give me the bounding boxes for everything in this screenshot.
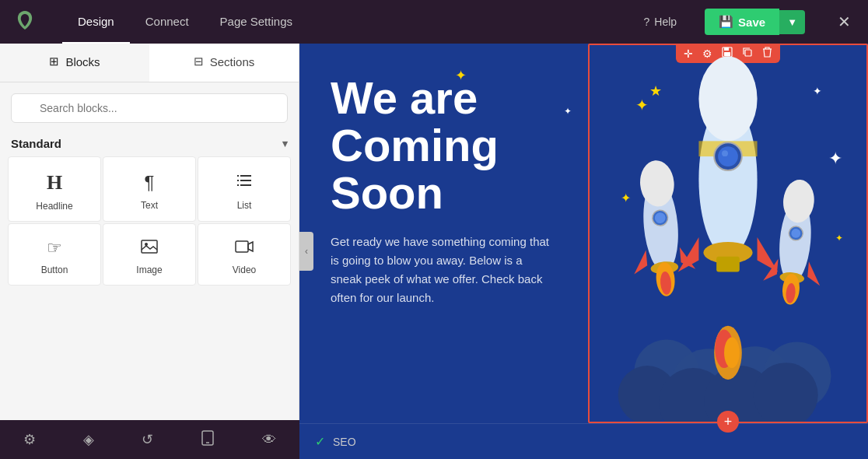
- search-area: 🔍: [0, 82, 299, 129]
- svg-rect-6: [142, 240, 157, 253]
- sidebar: ⊞ Blocks ⊟ Sections 🔍 Standard ▾ H Head: [0, 44, 299, 459]
- tab-sections[interactable]: ⊟ Sections: [149, 44, 299, 82]
- block-text[interactable]: ¶ Text: [103, 156, 196, 222]
- list-label: List: [237, 200, 252, 211]
- save-icon: 💾: [719, 15, 733, 29]
- nav-tabs: Design Connect Page Settings: [62, 0, 308, 44]
- svg-rect-3: [237, 175, 239, 177]
- preview-toolbar-icon[interactable]: 👁: [262, 432, 276, 448]
- standard-section-header: Standard ▾: [0, 129, 299, 156]
- tab-blocks[interactable]: ⊞ Blocks: [0, 44, 149, 82]
- image-label: Image: [136, 265, 162, 275]
- button-label: Button: [41, 265, 68, 275]
- nav-tab-design[interactable]: Design: [62, 0, 130, 44]
- block-list[interactable]: List: [198, 156, 291, 222]
- canvas-title: We are Coming Soon: [331, 75, 579, 217]
- canvas-subtitle: Get ready we have something coming that …: [331, 233, 556, 307]
- nav-tab-page-settings[interactable]: Page Settings: [205, 0, 308, 44]
- chevron-down-icon[interactable]: ▾: [282, 138, 288, 149]
- sections-tab-label: Sections: [210, 55, 255, 68]
- video-label: Video: [233, 265, 256, 275]
- help-button[interactable]: ? Help: [634, 11, 686, 33]
- sections-tab-icon: ⊟: [194, 54, 204, 68]
- text-label: Text: [141, 200, 158, 211]
- logo[interactable]: [12, 8, 44, 36]
- seo-label: SEO: [333, 436, 356, 448]
- layers-toolbar-icon[interactable]: ◈: [83, 431, 94, 448]
- image-icon: [141, 238, 158, 258]
- save-button[interactable]: 💾 Save: [705, 9, 779, 35]
- mobile-toolbar-icon[interactable]: [201, 430, 215, 450]
- save-group: 💾 Save ▼: [705, 9, 805, 35]
- svg-point-28: [724, 338, 740, 369]
- nav-tab-connect[interactable]: Connect: [130, 0, 205, 44]
- block-image[interactable]: Image: [103, 223, 196, 286]
- save-label: Save: [738, 16, 765, 29]
- main-layout: ⊞ Blocks ⊟ Sections 🔍 Standard ▾ H Head: [0, 44, 868, 459]
- video-icon: [235, 238, 254, 258]
- sidebar-tabs: ⊞ Blocks ⊟ Sections: [0, 44, 299, 82]
- help-icon: ?: [643, 16, 649, 28]
- bottom-toolbar: ⚙ ◈ ↺ 👁: [0, 420, 299, 459]
- svg-rect-8: [236, 241, 248, 252]
- blocks-tab-icon: ⊞: [49, 54, 59, 68]
- top-navigation: Design Connect Page Settings ? Help 💾 Sa…: [0, 0, 868, 44]
- svg-rect-1: [240, 180, 251, 181]
- history-toolbar-icon[interactable]: ↺: [142, 431, 153, 448]
- canvas-area: ✦ ✦ ★ We are Coming Soon Get ready we ha…: [299, 44, 868, 459]
- headline-label: Headline: [36, 201, 72, 212]
- seo-bar: ✓ SEO: [299, 423, 868, 459]
- add-block-button[interactable]: +: [717, 411, 739, 433]
- standard-label: Standard: [11, 137, 61, 150]
- svg-rect-5: [237, 184, 239, 186]
- search-input[interactable]: [11, 93, 288, 123]
- block-headline[interactable]: H Headline: [8, 156, 101, 222]
- text-icon: ¶: [145, 172, 155, 194]
- block-video[interactable]: Video: [198, 223, 291, 286]
- sidebar-collapse-handle[interactable]: ‹: [299, 232, 313, 271]
- list-icon: [236, 172, 253, 194]
- blocks-tab-label: Blocks: [65, 55, 100, 68]
- button-icon: ☞: [47, 238, 62, 258]
- headline-icon: H: [47, 171, 62, 194]
- help-label: Help: [654, 16, 677, 28]
- block-button[interactable]: ☞ Button: [8, 223, 101, 286]
- settings-toolbar-icon[interactable]: ⚙: [23, 431, 36, 448]
- svg-rect-2: [240, 184, 251, 186]
- canvas-content: We are Coming Soon Get ready we have som…: [299, 44, 868, 323]
- seo-check-icon: ✓: [315, 434, 325, 449]
- blocks-grid: H Headline ¶ Text Li: [0, 156, 299, 293]
- svg-rect-4: [237, 180, 239, 181]
- close-button[interactable]: ✕: [833, 8, 856, 36]
- svg-rect-0: [240, 175, 251, 177]
- save-dropdown-button[interactable]: ▼: [779, 10, 805, 34]
